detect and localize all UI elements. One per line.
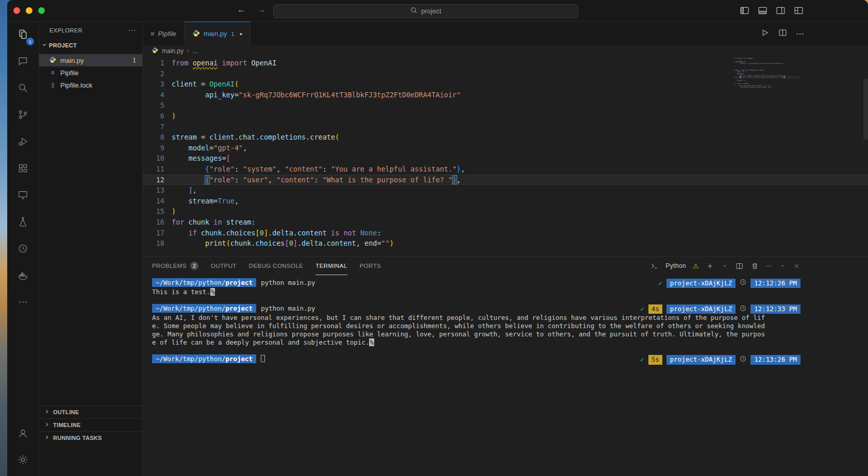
- sidebar-item-search[interactable]: [7, 75, 39, 102]
- command-center[interactable]: project: [273, 4, 578, 18]
- breadcrumb: main.py › ...: [143, 45, 868, 57]
- code-line: 4 api_key="sk-gRq7JObc6WCFrrQ1KL4tT3Blbk…: [143, 90, 868, 100]
- run-button[interactable]: [760, 28, 770, 40]
- maximize-panel-icon[interactable]: [779, 262, 786, 269]
- toggle-sidebar-left-icon[interactable]: [739, 5, 750, 16]
- section-header-timeline[interactable]: TIMELINE: [39, 418, 142, 431]
- panel-tab-output[interactable]: OUTPUT: [211, 257, 237, 275]
- sidebar-item-source-control[interactable]: [7, 102, 39, 129]
- partial-line-marker: %: [369, 338, 374, 346]
- sidebar-more-icon[interactable]: ⋯: [128, 26, 136, 35]
- zoom-button[interactable]: [38, 7, 45, 14]
- chevron-right-icon: [44, 434, 50, 441]
- file-list: main.py1≡Pipfile{}Pipfile.lock: [39, 54, 142, 91]
- back-button[interactable]: ←: [237, 5, 246, 15]
- sidebar-item-chat[interactable]: [7, 48, 39, 75]
- file-name: Pipfile: [60, 69, 78, 77]
- time-badge: 12:13:26 PM: [750, 355, 800, 364]
- kill-terminal-icon[interactable]: [750, 262, 759, 270]
- forward-button[interactable]: →: [257, 5, 266, 15]
- terminal-prompt-row: ~/Work/tmp/python/project✓5sproject-xDAj…: [152, 355, 868, 364]
- panel-tab-label: PROBLEMS: [152, 263, 187, 269]
- partial-line-marker: %: [210, 288, 215, 296]
- activity-bar-bottom: [7, 420, 39, 474]
- sidebar-item-more[interactable]: [7, 290, 39, 316]
- sidebar-item-run-debug[interactable]: [7, 129, 39, 156]
- minimize-button[interactable]: [26, 7, 32, 14]
- terminal-shell-label[interactable]: Python: [665, 262, 686, 269]
- activity-bar: 1: [7, 22, 39, 476]
- panel-tab-problems[interactable]: PROBLEMS2: [152, 257, 198, 275]
- sidebar-header: EXPLORER ⋯: [39, 22, 142, 39]
- tab-label: Pipfile: [158, 30, 176, 38]
- panel-more-icon[interactable]: ⋯: [766, 262, 772, 269]
- desktop: ← → project: [0, 0, 868, 476]
- breadcrumb-file[interactable]: main.py: [162, 47, 183, 55]
- close-button[interactable]: [13, 7, 20, 14]
- sidebar-item-history[interactable]: [7, 236, 39, 263]
- new-terminal-icon[interactable]: [706, 262, 714, 270]
- bottom-panel: PROBLEMS2OUTPUTDEBUG CONSOLETERMINALPORT…: [143, 256, 868, 476]
- tab-Pipfile[interactable]: ≡Pipfile: [143, 22, 185, 45]
- section-header-project[interactable]: PROJECT: [39, 39, 142, 51]
- code-line: 15): [143, 206, 868, 217]
- terminal-prompt-row: ~/Work/tmp/python/projectpython main.py✓…: [152, 304, 868, 314]
- sidebar-item-docker[interactable]: [7, 263, 39, 290]
- section-header-outline[interactable]: OUTLINE: [39, 405, 142, 418]
- sidebar-item-testing[interactable]: [7, 209, 39, 236]
- sidebar-item-settings[interactable]: [7, 447, 39, 474]
- venv-badge: project-xDAjKjLZ: [666, 304, 736, 314]
- panel-tab-debug-console[interactable]: DEBUG CONSOLE: [249, 257, 304, 275]
- minimap[interactable]: from openai import OpenAI client = OpenA…: [734, 58, 800, 88]
- tab-main.py[interactable]: main.py1●: [185, 22, 251, 45]
- code-text: print(chunk.choices[0].delta.content, en…: [172, 238, 394, 249]
- sidebar-item-remote-explorer[interactable]: [7, 182, 39, 209]
- file-item-Pipfile[interactable]: ≡Pipfile: [39, 66, 142, 79]
- customize-layout-icon[interactable]: [793, 5, 804, 16]
- code-text: client = OpenAI(: [172, 79, 239, 90]
- prompt-path-prefix: ~/Work/tmp/python/: [156, 355, 225, 363]
- line-number: 14: [143, 196, 164, 207]
- breadcrumb-separator: ›: [187, 47, 189, 55]
- terminal-dropdown-icon[interactable]: [721, 262, 728, 269]
- sidebar-item-account[interactable]: [7, 420, 39, 447]
- editor-scrollbar[interactable]: [863, 78, 868, 140]
- time-badge: 12:12:33 PM: [750, 304, 800, 314]
- braces-icon: {}: [48, 82, 57, 88]
- sidebar-item-extensions[interactable]: [7, 156, 39, 182]
- file-item-Pipfile.lock[interactable]: {}Pipfile.lock: [39, 79, 142, 91]
- code-line: 12 {"role": "user", "content": "What is …: [143, 175, 868, 185]
- prompt-path-dir: project: [225, 304, 253, 312]
- window-controls: [13, 7, 45, 14]
- clock-icon: [740, 279, 746, 287]
- panel-tab-ports[interactable]: PORTS: [360, 257, 381, 275]
- terminal[interactable]: ~/Work/tmp/python/projectpython main.py✓…: [152, 279, 868, 476]
- python-icon: [48, 56, 57, 65]
- duration-badge: 4s: [648, 304, 662, 314]
- code-text: {"role": "user", "content": "What is the…: [734, 76, 785, 78]
- file-item-main.py[interactable]: main.py1: [39, 54, 142, 66]
- code-line: 8stream = client.chat.completions.create…: [143, 132, 868, 143]
- python-icon: [152, 47, 158, 55]
- section-header-running-tasks[interactable]: RUNNING TASKS: [39, 431, 142, 444]
- code-text: stream=True,: [734, 80, 746, 81]
- close-panel-icon[interactable]: [793, 262, 800, 270]
- warning-icon[interactable]: ⚠: [693, 262, 699, 270]
- panel-tab-terminal[interactable]: TERMINAL: [315, 257, 347, 275]
- prompt-path-prefix: ~/Work/tmp/python/: [156, 279, 225, 286]
- toggle-sidebar-right-icon[interactable]: [775, 5, 786, 16]
- testing-icon: [17, 216, 29, 230]
- breadcrumb-more[interactable]: ...: [193, 47, 198, 55]
- line-number: 17: [143, 228, 164, 239]
- line-number: 16: [143, 217, 164, 228]
- extensions-icon: [17, 162, 29, 176]
- toggle-panel-icon[interactable]: [757, 5, 768, 16]
- code-text: api_key="sk-gRq7JObc6WCFrrQ1KL4tT3BlbkFJ…: [172, 90, 461, 100]
- split-editor-icon[interactable]: [778, 28, 788, 40]
- split-terminal-icon[interactable]: [735, 262, 744, 270]
- sidebar-item-explorer[interactable]: 1: [7, 22, 39, 48]
- prompt-status: ✓5sproject-xDAjKjLZ12:13:26 PM: [640, 355, 800, 364]
- pipfile-icon: ≡: [48, 69, 57, 76]
- tab-bar: ≡Pipfilemain.py1● ⋯: [143, 22, 868, 45]
- editor-more-icon[interactable]: ⋯: [796, 29, 804, 39]
